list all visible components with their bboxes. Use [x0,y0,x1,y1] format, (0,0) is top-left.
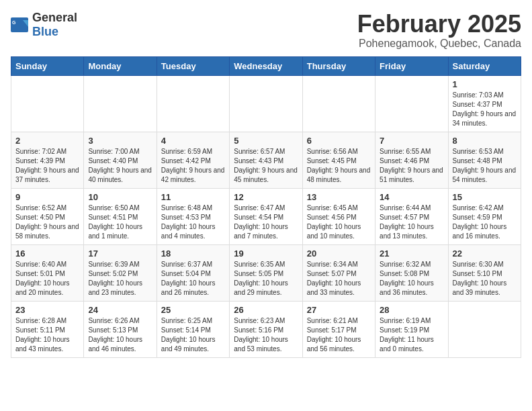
weekday-header-tuesday: Tuesday [157,56,229,75]
calendar-cell: 14Sunrise: 6:44 AM Sunset: 4:57 PM Dayli… [375,188,448,244]
calendar-cell: 1Sunrise: 7:03 AM Sunset: 4:37 PM Daylig… [448,75,521,132]
calendar-cell: 24Sunrise: 6:26 AM Sunset: 5:13 PM Dayli… [84,301,157,357]
calendar-cell [302,75,375,132]
day-number: 10 [88,192,152,202]
day-number: 3 [88,136,152,146]
location-title: Pohenegamook, Quebec, Canada [357,38,521,50]
calendar-cell [375,75,448,132]
calendar-cell: 11Sunrise: 6:48 AM Sunset: 4:53 PM Dayli… [157,188,229,244]
calendar-cell [84,75,157,132]
day-number: 18 [161,248,225,259]
day-info: Sunrise: 6:21 AM Sunset: 5:17 PM Dayligh… [307,316,371,354]
calendar-cell [11,75,84,132]
day-number: 19 [234,248,298,259]
calendar-cell: 26Sunrise: 6:23 AM Sunset: 5:16 PM Dayli… [230,301,302,357]
day-number: 25 [161,305,225,315]
day-info: Sunrise: 6:47 AM Sunset: 4:54 PM Dayligh… [234,203,298,241]
day-number: 6 [307,136,371,146]
day-info: Sunrise: 6:30 AM Sunset: 5:10 PM Dayligh… [453,260,517,298]
day-number: 26 [234,305,298,315]
calendar-cell: 23Sunrise: 6:28 AM Sunset: 5:11 PM Dayli… [11,301,84,357]
weekday-header-thursday: Thursday [302,56,375,75]
weekday-header-sunday: Sunday [11,56,84,75]
title-area: February 2025 Pohenegamook, Quebec, Cana… [357,11,521,50]
day-info: Sunrise: 6:52 AM Sunset: 4:50 PM Dayligh… [15,203,79,241]
calendar-cell: 7Sunrise: 6:55 AM Sunset: 4:46 PM Daylig… [375,132,448,188]
weekday-header-wednesday: Wednesday [230,56,302,75]
logo: G General Blue [11,11,77,39]
calendar-cell: 20Sunrise: 6:34 AM Sunset: 5:07 PM Dayli… [302,244,375,301]
calendar-table: SundayMondayTuesdayWednesdayThursdayFrid… [11,56,521,358]
day-number: 7 [380,136,443,146]
calendar-cell [157,75,229,132]
weekday-header-monday: Monday [84,56,157,75]
calendar-cell: 22Sunrise: 6:30 AM Sunset: 5:10 PM Dayli… [448,244,521,301]
day-number: 22 [453,248,517,259]
calendar-cell: 6Sunrise: 6:56 AM Sunset: 4:45 PM Daylig… [302,132,375,188]
logo-icon: G [11,17,30,32]
day-number: 15 [453,192,517,202]
calendar-cell: 18Sunrise: 6:37 AM Sunset: 5:04 PM Dayli… [157,244,229,301]
day-number: 28 [380,305,443,315]
calendar-cell: 10Sunrise: 6:50 AM Sunset: 4:51 PM Dayli… [84,188,157,244]
day-info: Sunrise: 6:37 AM Sunset: 5:04 PM Dayligh… [161,260,225,298]
day-info: Sunrise: 7:02 AM Sunset: 4:39 PM Dayligh… [15,147,79,185]
logo-text: General Blue [32,11,77,39]
day-info: Sunrise: 6:19 AM Sunset: 5:19 PM Dayligh… [380,316,443,354]
month-title: February 2025 [357,11,521,38]
calendar-cell: 19Sunrise: 6:35 AM Sunset: 5:05 PM Dayli… [230,244,302,301]
calendar-cell [448,301,521,357]
day-number: 16 [15,248,79,259]
day-info: Sunrise: 6:25 AM Sunset: 5:14 PM Dayligh… [161,316,225,354]
calendar-cell: 13Sunrise: 6:45 AM Sunset: 4:56 PM Dayli… [302,188,375,244]
day-number: 17 [88,248,152,259]
week-row-4: 16Sunrise: 6:40 AM Sunset: 5:01 PM Dayli… [11,244,521,301]
weekday-header-friday: Friday [375,56,448,75]
day-info: Sunrise: 6:39 AM Sunset: 5:02 PM Dayligh… [88,260,152,298]
week-row-5: 23Sunrise: 6:28 AM Sunset: 5:11 PM Dayli… [11,301,521,357]
calendar-cell: 4Sunrise: 6:59 AM Sunset: 4:42 PM Daylig… [157,132,229,188]
day-info: Sunrise: 7:03 AM Sunset: 4:37 PM Dayligh… [453,91,517,128]
day-info: Sunrise: 6:35 AM Sunset: 5:05 PM Dayligh… [234,260,298,298]
day-number: 14 [380,192,443,202]
day-info: Sunrise: 6:50 AM Sunset: 4:51 PM Dayligh… [88,203,152,241]
calendar-cell: 17Sunrise: 6:39 AM Sunset: 5:02 PM Dayli… [84,244,157,301]
day-number: 23 [15,305,79,315]
day-number: 12 [234,192,298,202]
day-number: 8 [453,136,517,146]
calendar-cell: 2Sunrise: 7:02 AM Sunset: 4:39 PM Daylig… [11,132,84,188]
calendar-cell: 9Sunrise: 6:52 AM Sunset: 4:50 PM Daylig… [11,188,84,244]
calendar-cell: 27Sunrise: 6:21 AM Sunset: 5:17 PM Dayli… [302,301,375,357]
calendar-cell: 25Sunrise: 6:25 AM Sunset: 5:14 PM Dayli… [157,301,229,357]
day-info: Sunrise: 6:55 AM Sunset: 4:46 PM Dayligh… [380,147,443,185]
weekday-header-saturday: Saturday [448,56,521,75]
page-header: G General Blue February 2025 Pohenegamoo… [11,11,521,50]
day-info: Sunrise: 6:42 AM Sunset: 4:59 PM Dayligh… [453,203,517,241]
week-row-1: 1Sunrise: 7:03 AM Sunset: 4:37 PM Daylig… [11,75,521,132]
weekday-header-row: SundayMondayTuesdayWednesdayThursdayFrid… [11,56,521,75]
calendar-cell: 8Sunrise: 6:53 AM Sunset: 4:48 PM Daylig… [448,132,521,188]
calendar-cell: 16Sunrise: 6:40 AM Sunset: 5:01 PM Dayli… [11,244,84,301]
calendar-cell: 21Sunrise: 6:32 AM Sunset: 5:08 PM Dayli… [375,244,448,301]
week-row-2: 2Sunrise: 7:02 AM Sunset: 4:39 PM Daylig… [11,132,521,188]
day-info: Sunrise: 6:57 AM Sunset: 4:43 PM Dayligh… [234,147,298,185]
calendar-cell [230,75,302,132]
calendar-cell: 28Sunrise: 6:19 AM Sunset: 5:19 PM Dayli… [375,301,448,357]
svg-text:G: G [12,20,16,25]
day-info: Sunrise: 6:56 AM Sunset: 4:45 PM Dayligh… [307,147,371,185]
calendar-cell: 3Sunrise: 7:00 AM Sunset: 4:40 PM Daylig… [84,132,157,188]
day-info: Sunrise: 6:59 AM Sunset: 4:42 PM Dayligh… [161,147,225,185]
day-number: 20 [307,248,371,259]
day-number: 4 [161,136,225,146]
calendar-cell: 15Sunrise: 6:42 AM Sunset: 4:59 PM Dayli… [448,188,521,244]
day-info: Sunrise: 6:26 AM Sunset: 5:13 PM Dayligh… [88,316,152,354]
day-number: 5 [234,136,298,146]
day-info: Sunrise: 6:44 AM Sunset: 4:57 PM Dayligh… [380,203,443,241]
day-number: 21 [380,248,443,259]
week-row-3: 9Sunrise: 6:52 AM Sunset: 4:50 PM Daylig… [11,188,521,244]
day-info: Sunrise: 6:53 AM Sunset: 4:48 PM Dayligh… [453,147,517,185]
day-info: Sunrise: 6:23 AM Sunset: 5:16 PM Dayligh… [234,316,298,354]
day-info: Sunrise: 6:32 AM Sunset: 5:08 PM Dayligh… [380,260,443,298]
day-number: 27 [307,305,371,315]
day-number: 9 [15,192,79,202]
